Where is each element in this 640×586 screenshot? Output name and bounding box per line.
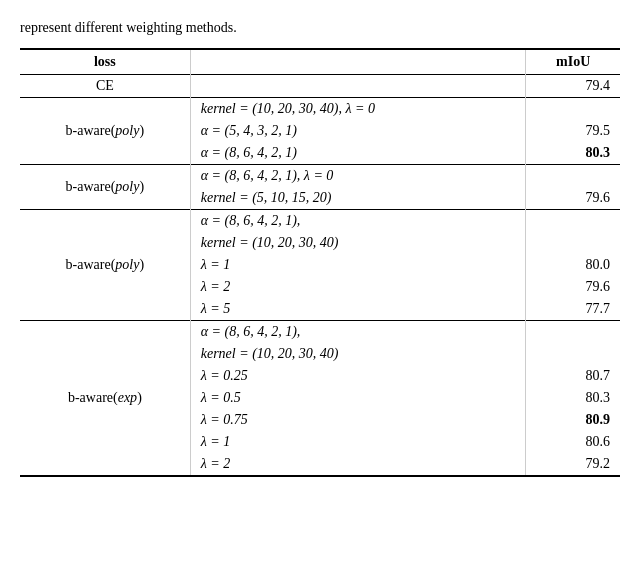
results-table: loss mIoU CE79.4b-aware(poly)kernel = (1… xyxy=(20,48,620,477)
params-cell: kernel = (10, 20, 30, 40) xyxy=(190,343,526,365)
miou-cell xyxy=(526,165,620,188)
miou-cell: 80.9 xyxy=(526,409,620,431)
params-cell: α = (5, 4, 3, 2, 1) xyxy=(190,120,526,142)
miou-cell: 79.6 xyxy=(526,276,620,298)
loss-cell: b-aware(exp) xyxy=(20,321,190,477)
intro-text: represent different weighting methods. xyxy=(20,20,620,36)
miou-cell: 80.0 xyxy=(526,254,620,276)
miou-cell: 77.7 xyxy=(526,298,620,321)
params-cell: λ = 1 xyxy=(190,431,526,453)
miou-cell xyxy=(526,343,620,365)
params-cell: kernel = (5, 10, 15, 20) xyxy=(190,187,526,210)
loss-cell: b-aware(poly) xyxy=(20,210,190,321)
params-cell: λ = 2 xyxy=(190,453,526,476)
miou-cell: 80.3 xyxy=(526,387,620,409)
params-cell xyxy=(190,75,526,98)
table-row: b-aware(exp)α = (8, 6, 4, 2, 1), xyxy=(20,321,620,344)
params-cell: kernel = (10, 20, 30, 40) xyxy=(190,232,526,254)
miou-cell: 80.7 xyxy=(526,365,620,387)
params-cell: λ = 0.5 xyxy=(190,387,526,409)
miou-cell xyxy=(526,210,620,233)
miou-cell: 79.5 xyxy=(526,120,620,142)
params-cell: α = (8, 6, 4, 2, 1), λ = 0 xyxy=(190,165,526,188)
table-row: CE79.4 xyxy=(20,75,620,98)
loss-cell: CE xyxy=(20,75,190,98)
loss-cell: b-aware(poly) xyxy=(20,98,190,165)
params-cell: α = (8, 6, 4, 2, 1), xyxy=(190,321,526,344)
params-column-header xyxy=(190,49,526,75)
miou-cell: 79.6 xyxy=(526,187,620,210)
miou-cell: 79.4 xyxy=(526,75,620,98)
miou-cell: 80.6 xyxy=(526,431,620,453)
params-cell: λ = 5 xyxy=(190,298,526,321)
table-row: b-aware(poly)kernel = (10, 20, 30, 40), … xyxy=(20,98,620,121)
loss-column-header: loss xyxy=(20,49,190,75)
miou-cell xyxy=(526,98,620,121)
table-row: b-aware(poly)α = (8, 6, 4, 2, 1), xyxy=(20,210,620,233)
miou-cell xyxy=(526,232,620,254)
miou-column-header: mIoU xyxy=(526,49,620,75)
params-cell: α = (8, 6, 4, 2, 1) xyxy=(190,142,526,165)
params-cell: α = (8, 6, 4, 2, 1), xyxy=(190,210,526,233)
params-cell: kernel = (10, 20, 30, 40), λ = 0 xyxy=(190,98,526,121)
miou-cell: 80.3 xyxy=(526,142,620,165)
loss-cell: b-aware(poly) xyxy=(20,165,190,210)
params-cell: λ = 1 xyxy=(190,254,526,276)
params-cell: λ = 0.25 xyxy=(190,365,526,387)
miou-cell: 79.2 xyxy=(526,453,620,476)
table-row: b-aware(poly)α = (8, 6, 4, 2, 1), λ = 0 xyxy=(20,165,620,188)
params-cell: λ = 0.75 xyxy=(190,409,526,431)
miou-cell xyxy=(526,321,620,344)
params-cell: λ = 2 xyxy=(190,276,526,298)
